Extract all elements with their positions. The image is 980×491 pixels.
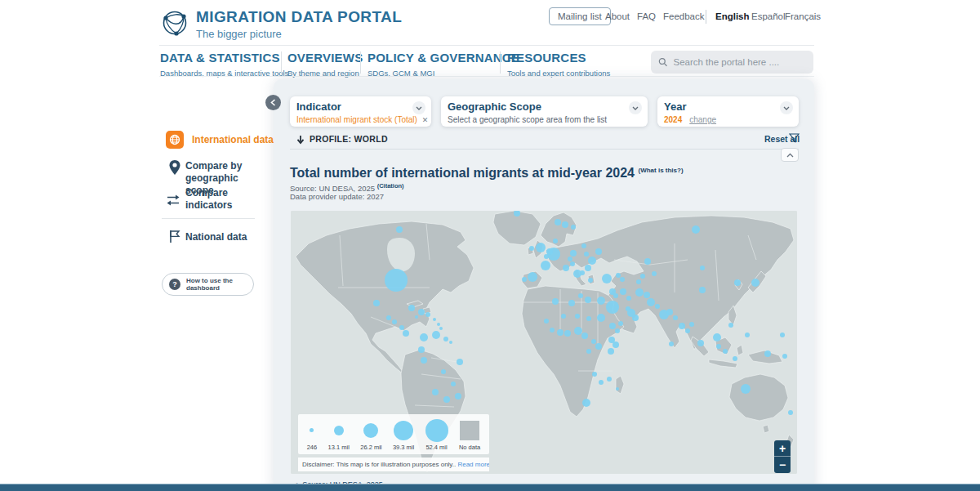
map-bubble[interactable]: [588, 257, 596, 265]
portal-search[interactable]: [651, 51, 813, 74]
map-bubble[interactable]: [449, 341, 452, 344]
year-dropdown-button[interactable]: [780, 101, 793, 114]
map-bubble[interactable]: [386, 315, 391, 320]
map-bubble[interactable]: [741, 384, 751, 394]
map-bubble[interactable]: [728, 323, 733, 328]
map-bubble[interactable]: [697, 340, 704, 346]
map-bubble[interactable]: [607, 377, 612, 382]
map-bubble[interactable]: [528, 272, 537, 282]
map-bubble[interactable]: [632, 315, 639, 321]
sidebar-item-international-data[interactable]: International data: [166, 131, 274, 149]
map-bubble[interactable]: [666, 309, 673, 315]
search-input[interactable]: [673, 57, 806, 67]
map-bubble[interactable]: [595, 343, 602, 350]
map-bubble[interactable]: [568, 257, 572, 261]
map-bubble[interactable]: [432, 389, 439, 395]
map-bubble[interactable]: [425, 312, 430, 317]
map-bubble[interactable]: [451, 382, 456, 386]
map-bubble[interactable]: [689, 322, 694, 327]
sidebar-item-compare-indicators[interactable]: Compare indicators: [185, 187, 244, 212]
map-bubble[interactable]: [574, 327, 582, 335]
map-bubble[interactable]: [584, 252, 589, 257]
map-bubble[interactable]: [581, 243, 586, 248]
about-link[interactable]: About: [605, 11, 630, 21]
map-bubble[interactable]: [673, 315, 678, 320]
map-bubble[interactable]: [536, 243, 546, 252]
map-bubble[interactable]: [552, 298, 559, 305]
map-bubble[interactable]: [421, 357, 427, 364]
map-bubble[interactable]: [443, 337, 448, 341]
map-bubble[interactable]: [782, 354, 787, 359]
map-bubble[interactable]: [745, 333, 750, 337]
language-english[interactable]: English: [715, 11, 750, 21]
map-bubble[interactable]: [522, 277, 527, 282]
map-bubble[interactable]: [644, 258, 651, 265]
map-bubble[interactable]: [602, 274, 612, 283]
map-bubble[interactable]: [585, 297, 591, 303]
map-bubble[interactable]: [544, 319, 549, 324]
map-bubble[interactable]: [592, 372, 597, 377]
map-bubble[interactable]: [669, 341, 674, 346]
map-bubble[interactable]: [432, 331, 440, 339]
map-bubble[interactable]: [418, 346, 425, 353]
map-bubble[interactable]: [644, 292, 650, 298]
map-bubble[interactable]: [597, 314, 605, 322]
map-bubble[interactable]: [561, 314, 566, 319]
chip-close-icon[interactable]: ✕: [422, 116, 429, 124]
map-bubble[interactable]: [385, 269, 408, 292]
feedback-link[interactable]: Feedback: [663, 11, 705, 21]
map-bubble[interactable]: [578, 293, 583, 298]
map-bubble[interactable]: [575, 314, 580, 319]
map-bubble[interactable]: [733, 356, 737, 361]
map-bubble[interactable]: [585, 265, 591, 271]
how-to-use-dashboard-button[interactable]: ? How to use the dashboard: [162, 273, 254, 296]
read-more-link[interactable]: Read more: [457, 461, 489, 468]
map-bubble[interactable]: [547, 248, 560, 261]
map-bubble[interactable]: [557, 329, 564, 336]
collapse-sidebar-button[interactable]: [265, 95, 281, 110]
map-bubble[interactable]: [609, 323, 616, 329]
map-bubble[interactable]: [620, 288, 626, 295]
map-bubble[interactable]: [437, 323, 440, 326]
map-bubble[interactable]: [636, 279, 641, 284]
filter-funnel-icon[interactable]: [789, 132, 800, 147]
map-bubble[interactable]: [415, 315, 418, 319]
faq-link[interactable]: FAQ: [637, 11, 656, 21]
map-bubble[interactable]: [418, 309, 425, 315]
map-bubble[interactable]: [396, 226, 403, 233]
map-bubble[interactable]: [555, 219, 561, 225]
map-bubble[interactable]: [441, 369, 446, 374]
map-bubble[interactable]: [618, 321, 623, 326]
map-bubble[interactable]: [647, 298, 655, 306]
portal-title[interactable]: MIGRATION DATA PORTAL: [196, 8, 402, 26]
map-bubble[interactable]: [563, 265, 569, 271]
nav-item-overviews[interactable]: OVERVIEWS By theme and region: [287, 51, 363, 78]
map-bubble[interactable]: [699, 287, 706, 293]
map-bubble[interactable]: [788, 410, 793, 415]
map-bubble[interactable]: [571, 225, 576, 230]
map-bubble[interactable]: [553, 239, 558, 243]
map-bubble[interactable]: [751, 279, 760, 287]
map-bubble[interactable]: [612, 341, 619, 348]
year-filter-card[interactable]: Year 2024change: [657, 96, 799, 127]
map-bubble[interactable]: [620, 277, 625, 282]
map-bubble[interactable]: [455, 393, 461, 399]
map-bubble[interactable]: [597, 297, 605, 305]
map-bubble[interactable]: [591, 339, 596, 344]
map-bubble[interactable]: [613, 293, 618, 298]
map-bubble[interactable]: [573, 270, 581, 278]
map-bubble[interactable]: [652, 271, 657, 276]
language-francais[interactable]: Français: [785, 11, 821, 21]
citation-link[interactable]: (Citation): [377, 182, 404, 190]
map-bubble[interactable]: [716, 344, 721, 349]
mailing-list-button[interactable]: Mailing list: [549, 7, 611, 25]
map-bubble[interactable]: [541, 261, 550, 270]
sidebar-item-national-data[interactable]: National data: [185, 231, 247, 243]
map-bubble[interactable]: [616, 273, 621, 278]
map-bubble[interactable]: [685, 328, 690, 333]
map-bubble[interactable]: [595, 248, 602, 255]
map-bubble[interactable]: [780, 333, 785, 337]
map-bubble[interactable]: [439, 327, 443, 330]
language-espanol[interactable]: Español: [751, 11, 786, 21]
nav-item-resources[interactable]: RESOURCES Tools and expert contributions: [507, 51, 610, 78]
